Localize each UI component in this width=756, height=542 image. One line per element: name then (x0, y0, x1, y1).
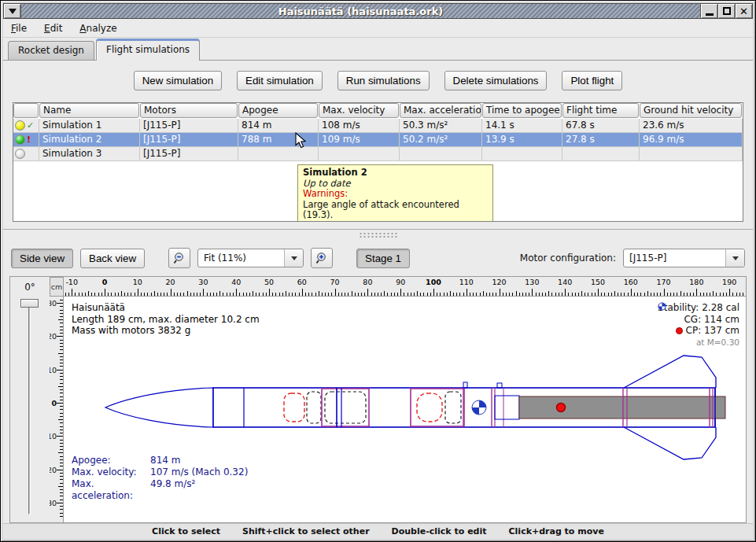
zoom-in-icon (315, 252, 329, 265)
column-header-flight-time[interactable]: Flight time (562, 103, 639, 118)
cg-marker (472, 400, 486, 415)
chevron-down-icon (291, 256, 297, 260)
column-header-max-acceleration[interactable]: Max. acceleration (400, 103, 481, 118)
tooltip-warnings-label: Warnings: (303, 189, 488, 200)
close-icon: ✕ (739, 6, 748, 17)
delete-simulations-button[interactable]: Delete simulations (444, 71, 548, 90)
cell-max-velocity[interactable]: 109 m/s (319, 133, 400, 147)
cell-time-to-apogee[interactable] (482, 147, 562, 161)
cell-max-velocity[interactable] (319, 147, 400, 161)
cell-name[interactable]: Simulation 1 (39, 119, 140, 133)
close-button[interactable]: ✕ (735, 4, 752, 18)
chevron-down-icon (732, 256, 739, 260)
new-simulation-button[interactable]: New simulation (134, 71, 222, 90)
cell-max-acceleration[interactable] (400, 147, 482, 161)
maximize-button[interactable] (717, 4, 735, 18)
menu-edit[interactable]: Edit (44, 23, 62, 34)
tab-bar: Rocket design Flight simulations (3, 38, 753, 61)
stability-value: Stability: 2.28 cal (658, 302, 739, 314)
stability-info: Stability: 2.28 cal CG: 114 cm CP: 13 (658, 302, 739, 348)
zoom-out-button[interactable] (168, 248, 190, 268)
cell-flight-time[interactable]: 27.8 s (562, 133, 640, 147)
column-header-time-to-apogee[interactable]: Time to apogee (482, 103, 562, 118)
tab-rocket-design[interactable]: Rocket design (8, 41, 94, 60)
cell-ground-hit-velocity[interactable] (640, 147, 743, 161)
motor-configuration-value: [J115-P] (629, 253, 725, 264)
motor-configuration-combo[interactable]: [J115-P] (623, 249, 745, 267)
cell-ground-hit-velocity[interactable]: 23.6 m/s (640, 119, 743, 133)
plot-flight-button[interactable]: Plot flight (562, 71, 622, 90)
design-dimensions: Length 189 cm, max. diameter 10.2 cm (72, 314, 260, 326)
cell-apogee[interactable] (238, 147, 319, 161)
table-row-simulation-1[interactable]: ✓ Simulation 1 [J115-P] 814 m 108 m/s 50… (13, 119, 743, 133)
cell-flight-time[interactable] (562, 147, 640, 161)
flight-simulations-panel: New simulation Edit simulation Run simul… (3, 61, 753, 229)
rotation-slider-handle[interactable] (20, 299, 39, 308)
hint-click-drag: Click+drag to move (509, 526, 604, 536)
status-warning-icon: ! (27, 135, 31, 144)
cell-apogee[interactable]: 814 m (238, 119, 319, 133)
cell-max-acceleration[interactable]: 50.2 m/s² (400, 133, 482, 147)
cell-flight-time[interactable]: 67.8 s (562, 119, 640, 133)
table-row-simulation-2[interactable]: ! Simulation 2 [J115-P] 788 m 109 m/s 50… (13, 133, 743, 147)
hint-shift-click: Shift+click to select other (242, 526, 370, 536)
simulation-table: Name Motors Apogee Max. velocity Max. ac… (13, 102, 743, 222)
side-view-button[interactable]: Side view (11, 249, 73, 268)
status-sphere-icon (15, 135, 25, 145)
cell-name[interactable]: Simulation 3 (39, 147, 140, 161)
tooltip-title: Simulation 2 (303, 168, 488, 179)
cell-time-to-apogee[interactable]: 14.1 s (482, 119, 562, 133)
rocket-canvas[interactable]: Haisunäätä Length 189 cm, max. diameter … (64, 297, 746, 522)
zoom-in-button[interactable] (311, 248, 333, 268)
combo-arrow (725, 249, 744, 267)
column-header-max-velocity[interactable]: Max. velocity (319, 103, 399, 118)
minimize-button[interactable] (700, 4, 717, 18)
simulation-buttons: New simulation Edit simulation Run simul… (3, 71, 753, 90)
menu-bar: File Edit Analyze (3, 19, 753, 38)
cell-time-to-apogee[interactable]: 13.9 s (482, 133, 562, 147)
hint-bar: Click to select Shift+click to select ot… (3, 523, 753, 539)
cp-marker (557, 404, 566, 412)
status-sphere-icon (15, 120, 25, 131)
stage-1-toggle[interactable]: Stage 1 (356, 249, 410, 268)
cp-icon (676, 327, 683, 334)
back-view-button[interactable]: Back view (80, 249, 145, 268)
column-header-name[interactable]: Name (39, 103, 139, 118)
cell-motors[interactable]: [J115-P] (140, 119, 238, 133)
cell-name[interactable]: Simulation 2 (39, 133, 140, 147)
edit-simulation-button[interactable]: Edit simulation (237, 71, 323, 90)
cg-value: CG: 114 cm (684, 314, 739, 326)
hint-double-click: Double-click to edit (392, 526, 487, 536)
splitter-handle[interactable] (359, 232, 398, 238)
zoom-level-combo[interactable]: Fit (11%) (197, 249, 304, 267)
column-header-motors[interactable]: Motors (140, 103, 238, 118)
menu-file[interactable]: File (11, 23, 27, 34)
column-header-ground-hit-velocity[interactable]: Ground hit velocity (640, 103, 742, 118)
apogee-label: Apogee: (72, 455, 150, 466)
tab-flight-simulations[interactable]: Flight simulations (96, 39, 200, 61)
cell-ground-hit-velocity[interactable]: 96.9 m/s (640, 133, 743, 147)
table-row-simulation-3[interactable]: Simulation 3 [J115-P] (13, 147, 743, 161)
combo-arrow (284, 249, 303, 267)
status-cell (13, 147, 39, 161)
design-info: Haisunäätä Length 189 cm, max. diameter … (72, 302, 260, 337)
cell-max-velocity[interactable]: 108 m/s (319, 119, 400, 133)
rocket-figure-area: 0° cm -100102030405060708090100110120130… (9, 276, 747, 523)
rotation-slider-track[interactable] (28, 303, 31, 514)
max-velocity-label: Max. velocity: (72, 466, 150, 478)
cell-motors[interactable]: [J115-P] (140, 147, 238, 161)
design-mass: Mass with motors 3832 g (72, 325, 260, 337)
column-header-status[interactable] (13, 103, 39, 118)
window-menu-button[interactable] (4, 4, 21, 18)
cell-motors[interactable]: [J115-P] (140, 133, 238, 147)
run-simulations-button[interactable]: Run simulations (337, 71, 430, 90)
column-header-apogee[interactable]: Apogee (238, 103, 318, 118)
menu-analyze[interactable]: Analyze (79, 23, 116, 34)
max-acceleration-label: Max. acceleration: (72, 478, 150, 502)
flight-stats: Apogee: 814 m Max. velocity: 107 m/s (Ma… (72, 455, 248, 502)
cell-max-acceleration[interactable]: 50.3 m/s² (400, 119, 482, 133)
title-bar: Haisunäätä (haisunaata.ork) ✕ (3, 3, 753, 19)
hint-click-select: Click to select (152, 526, 220, 536)
cg-icon (658, 302, 666, 311)
maximize-icon (723, 7, 731, 15)
